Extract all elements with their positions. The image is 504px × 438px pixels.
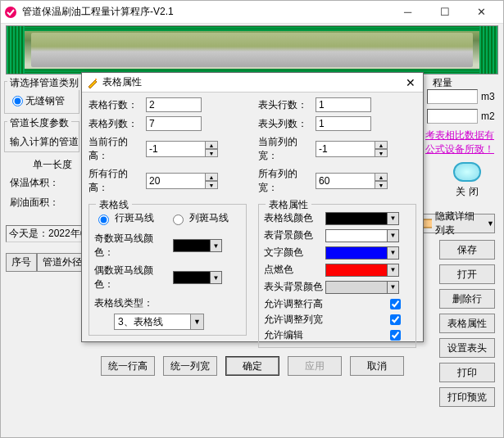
focus-color-label: 点燃色 [264, 263, 323, 277]
close-window-button[interactable]: ✕ [463, 1, 500, 24]
apply-button[interactable]: 应用 [288, 356, 342, 376]
dialog-button-row: 统一行高 统一列宽 确定 应用 取消 [89, 356, 416, 376]
close-button-label[interactable]: 关 闭 [456, 185, 478, 199]
spin-down-icon[interactable]: ▼ [205, 181, 218, 189]
all-col-w-spinner[interactable]: ▲▼ [316, 173, 388, 189]
hide-detail-button[interactable]: 隐藏详细列表 ▼ [421, 214, 495, 233]
dialog-titlebar: 表格属性 ✕ [82, 73, 423, 93]
spin-down-icon[interactable]: ▼ [375, 149, 388, 157]
allow-edit-checkbox[interactable] [390, 330, 401, 341]
hdr-cols-input[interactable] [316, 116, 371, 131]
open-button[interactable]: 打开 [439, 264, 495, 284]
set-header-button[interactable]: 设置表头 [439, 338, 495, 358]
dropdown-arrow-icon[interactable]: ▼ [387, 282, 398, 293]
dropdown-arrow-icon[interactable]: ▼ [210, 272, 221, 283]
note-link[interactable]: 考表相比数据有 公式设备所致！ [425, 129, 499, 156]
odd-zebra-label: 奇数斑马线颜色： [94, 232, 170, 260]
print-button[interactable]: 打印 [439, 363, 495, 382]
header-bg-label: 表头背景颜色 [264, 280, 323, 294]
allow-colw-checkbox[interactable] [390, 314, 401, 325]
spin-down-icon[interactable]: ▼ [375, 181, 388, 189]
save-button[interactable]: 保存 [439, 240, 495, 260]
all-row-h-spinner[interactable]: ▲▼ [146, 173, 218, 189]
qty-m3-box[interactable] [427, 89, 478, 104]
fs-qty-label: 程量 [430, 76, 455, 90]
col-outer-dia: 管道外径 [37, 253, 88, 272]
bg-color[interactable]: ▼ [325, 229, 399, 242]
date-label: 今天是：2022年6 [6, 225, 89, 242]
table-header: 序号 管道外径 [6, 253, 88, 272]
cols-label: 表格列数： [89, 117, 143, 131]
dropdown-arrow-icon[interactable]: ▼ [387, 247, 398, 259]
spin-up-icon[interactable]: ▲ [205, 173, 218, 181]
paint-area-label: 刷油面积： [7, 196, 61, 210]
radio-seamless-pipe[interactable]: 无缝钢管 [12, 94, 65, 108]
allow-rowh-label: 允许调整行高 [264, 297, 323, 311]
ok-button[interactable]: 确定 [225, 356, 279, 376]
main-titlebar: 管道保温刷油工程量计算程序-V2.1 ─ ☐ ✕ [1, 1, 503, 24]
spin-down-icon[interactable]: ▼ [205, 149, 218, 157]
allow-rowh-checkbox[interactable] [390, 299, 401, 309]
length-input-label: 输入计算的管道 [7, 135, 81, 149]
close-button-area: 关 闭 [439, 162, 495, 199]
header-bg-color[interactable]: ▼ [325, 281, 399, 294]
maximize-button[interactable]: ☐ [426, 1, 463, 24]
unify-rowh-button[interactable]: 统一行高 [101, 356, 155, 376]
unit-m3: m3 [481, 91, 495, 102]
dialog-close-button[interactable]: ✕ [403, 75, 418, 90]
fs-grid-lines-label: 表格线 [96, 198, 132, 212]
dropdown-arrow-icon: ▼ [487, 219, 494, 228]
cols-input[interactable] [146, 116, 202, 131]
fs-table-props-label: 表格属性 [266, 198, 311, 212]
radio-row-zebra[interactable]: 行斑马线 [94, 211, 154, 225]
radio-col-zebra[interactable]: 列斑马线 [169, 211, 229, 225]
table-props-button[interactable]: 表格属性 [439, 314, 495, 333]
gridline-color[interactable]: ▼ [325, 212, 399, 225]
dropdown-arrow-icon[interactable]: ▼ [387, 264, 398, 276]
svg-rect-1 [423, 219, 432, 228]
col-seq: 序号 [6, 253, 37, 272]
right-button-column: 保存 打开 删除行 表格属性 设置表头 打印 打印预览 [439, 240, 495, 407]
main-window: 管道保温刷油工程量计算程序-V2.1 ─ ☐ ✕ 请选择管道类别 无缝钢管 管道… [0, 0, 504, 438]
rows-input[interactable] [146, 97, 202, 112]
dropdown-arrow-icon[interactable]: ▼ [387, 213, 398, 224]
qty-m2-box[interactable] [427, 109, 478, 124]
monitor-icon [453, 162, 481, 182]
odd-zebra-color[interactable]: ▼ [173, 239, 222, 252]
svg-point-0 [5, 7, 16, 18]
table-props-dialog: 表格属性 ✕ 表格行数： 表格列数： 当前行的高：▲▼ 所有行的高：▲▼ 表头行… [81, 72, 424, 342]
gridline-color-label: 表格线颜色 [264, 211, 323, 225]
minimize-button[interactable]: ─ [389, 1, 426, 24]
cancel-button[interactable]: 取消 [350, 356, 404, 376]
main-title: 管道保温刷油工程量计算程序-V2.1 [22, 5, 389, 19]
hdr-rows-input[interactable] [316, 97, 371, 112]
cur-row-h-label: 当前行的高： [89, 135, 143, 163]
svg-point-2 [95, 79, 97, 80]
unify-colw-button[interactable]: 统一列宽 [163, 356, 217, 376]
cur-col-w-spinner[interactable]: ▲▼ [316, 141, 388, 157]
all-row-h-label: 所有行的高： [89, 167, 143, 195]
spin-up-icon[interactable]: ▲ [205, 141, 218, 149]
fs-single-label: 单一长度 [30, 158, 75, 172]
print-preview-button[interactable]: 打印预览 [439, 387, 495, 407]
fs-length-label: 管道长度参数 [7, 116, 71, 130]
rows-label: 表格行数： [89, 98, 143, 112]
text-color[interactable]: ▼ [325, 246, 399, 260]
focus-color[interactable]: ▼ [325, 264, 399, 277]
unit-m2: m2 [481, 111, 495, 122]
app-icon [4, 6, 17, 19]
spin-up-icon[interactable]: ▲ [375, 173, 388, 181]
allow-edit-label: 允许编辑 [264, 328, 303, 342]
dropdown-arrow-icon[interactable]: ▼ [210, 240, 221, 251]
even-zebra-color[interactable]: ▼ [173, 271, 222, 284]
cur-col-w-label: 当前列的宽： [258, 135, 312, 163]
fs-grid-lines: 表格线 行斑马线 列斑马线 奇数斑马线颜色：▼ 偶数斑马线颜色：▼ 表格线类型：… [89, 204, 247, 336]
delete-row-button[interactable]: 删除行 [439, 289, 495, 309]
dropdown-arrow-icon[interactable]: ▼ [190, 314, 203, 329]
cur-row-h-spinner[interactable]: ▲▼ [146, 141, 218, 157]
all-col-w-label: 所有列的宽： [258, 167, 312, 195]
dropdown-arrow-icon[interactable]: ▼ [387, 230, 398, 242]
spin-up-icon[interactable]: ▲ [375, 141, 388, 149]
line-type-combo[interactable]: 3、表格线▼ [114, 314, 204, 330]
hdr-cols-label: 表头列数： [258, 117, 312, 131]
